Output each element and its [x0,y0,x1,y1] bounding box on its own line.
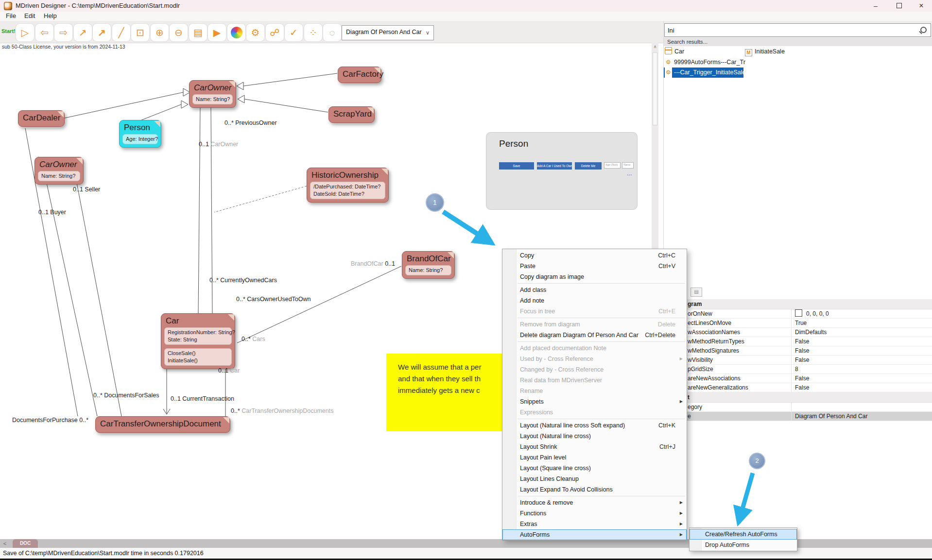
start-label[interactable]: Start! [1,28,16,34]
menu-item-paste[interactable]: PasteCtrl+V [502,261,687,272]
sticky-note[interactable]: We will assume that a per and that when … [386,354,505,431]
property-row: wMethodSignaturesFalse [664,346,932,356]
menu-item-functions[interactable]: Functions [502,508,687,519]
class-car[interactable]: Car RegistrationNumber: String? State: S… [161,313,235,369]
menu-item-extras[interactable]: Extras [502,519,687,529]
association-label: 0..* DocumentsForSales [93,392,159,399]
preview-more-ellipsis: ... [627,171,632,176]
scroll-up-icon[interactable]: ∧ [652,43,658,51]
diagram-nodes-icon[interactable]: ⁘ [304,24,322,41]
property-row: areNewAssociationsFalse [664,374,932,383]
association-label: 0..1 CurrentTransaction [171,395,234,402]
result-item-initiatesale[interactable]: MInitiateSale [745,47,785,57]
run-form-icon[interactable]: ▶ [208,24,226,41]
menu-item-rename[interactable]: Rename [502,386,687,396]
zoom-out-icon[interactable]: ⊖ [170,24,188,41]
close-button[interactable]: × [911,0,932,12]
menu-item-layout-expand-avoid-collisions[interactable]: Layout Expand To Avoid Collisions [502,484,687,495]
class-cardealer[interactable]: CarDealer [18,110,65,127]
menu-edit[interactable]: Edit [24,12,35,19]
run-play-icon[interactable]: ▷ [16,24,34,41]
class-brandofcar[interactable]: BrandOfCar Name: String? [402,251,455,279]
spiral-circle-icon[interactable]: ◌ [323,24,341,41]
menu-separator [518,283,685,284]
menu-item-layout-pain-level[interactable]: Layout Pain level [502,452,687,463]
result-item-car[interactable]: Car [665,47,684,57]
menu-item-changed-by-cross-reference[interactable]: Changed by - Cross Reference [502,364,687,375]
class-carfactory[interactable]: CarFactory [338,67,381,83]
menu-item-remove-from-diagram[interactable]: Remove from diagramDelete [502,319,687,330]
gears-icon: ⚙ [665,68,672,78]
settings-gears-icon[interactable]: ⚙ [246,24,264,41]
menu-item-expressions[interactable]: Expressions [502,407,687,418]
search-input[interactable] [664,23,931,37]
menu-item-snippets[interactable]: Snippets [502,396,687,407]
menu-separator [518,341,685,342]
preview-delete-button: Delete Me [575,162,602,170]
draw-association-icon[interactable]: ↗ [93,24,111,41]
color-checkbox[interactable] [795,309,802,317]
menu-item-add-placed-documentation-note[interactable]: Add placed documentation Note [502,343,687,354]
title-bar: MDriven Designer - C:\temp\MDrivenEducat… [0,0,932,12]
nav-forward-icon[interactable]: ⇨ [54,24,72,41]
association-label: 0..* CurrentlyOwnedCars [209,277,277,284]
menu-item-add-note[interactable]: Add note [502,295,687,306]
scrollbar-thumb[interactable] [653,52,657,125]
association-label: 0..1 CarOwner [199,141,238,148]
user-access-icon[interactable]: ☍ [266,24,284,41]
menu-item-layout-natural[interactable]: Layout (Natural line cross) [502,431,687,441]
zoom-in-icon[interactable]: ⊕ [151,24,169,41]
fold-corner-icon [154,121,160,127]
menu-item-layout-lines-cleanup[interactable]: Layout Lines Cleanup [502,474,687,484]
color-wheel-icon[interactable] [227,24,245,41]
person-autoform-preview[interactable]: Person Save Add A Car I Used To Own Dele… [486,132,638,210]
association-label: DocumentsForPurchase 0..* [12,417,88,424]
class-carowner-2[interactable]: CarOwner Name: String? [35,157,84,185]
menu-bar [0,12,932,21]
select-frame-icon[interactable]: ⊡ [131,24,149,41]
gears-icon: ⚙ [665,57,672,68]
tab-scroll-left-icon[interactable]: < [1,539,9,548]
fold-corner-icon [448,252,454,258]
draw-arrow-icon[interactable]: ↗ [74,24,92,41]
properties-view-icon[interactable]: ▤ [690,288,702,297]
menu-item-real-data-from-mdrivenserver[interactable]: Real data from MDrivenServer [502,375,687,386]
menu-item-drop-autoforms[interactable]: Drop AutoForms [690,540,797,550]
menu-separator [518,496,685,496]
menu-item-introduce-remove[interactable]: Introduce & remove [502,497,687,508]
menu-item-focus-in-tree[interactable]: Focus in treeCtrl+E [502,306,687,317]
menu-file[interactable]: File [6,12,16,19]
menu-item-autoforms[interactable]: AutoForms [502,529,687,540]
menu-item-used-by-cross-reference[interactable]: Used by - Cross Reference [502,354,687,364]
menu-item-copy[interactable]: CopyCtrl+C [502,250,687,261]
menu-item-layout-natural-soft-expand[interactable]: Layout (Natural line cross Soft expand)C… [502,420,687,431]
draw-dashed-line-icon[interactable]: ╱ [112,24,130,41]
class-attribute: State: String [168,336,228,343]
preview-save-button: Save [499,162,534,170]
menu-help[interactable]: Help [44,12,57,19]
result-item-autoforms-car-tr[interactable]: ⚙99999AutoForms---Car_Tr [665,57,745,68]
menu-item-create-refresh-autoforms[interactable]: Create/Refresh AutoForms [690,529,797,540]
class-cartransferownershipdocument[interactable]: CarTransferOwnershipDocument [95,416,230,433]
class-carowner[interactable]: CarOwner Name: String? [189,80,236,108]
menu-item-layout-shrink[interactable]: Layout ShrinkCtrl+J [502,441,687,452]
minimize-button[interactable]: – [865,0,886,12]
menu-item-copy-diagram-as-image[interactable]: Copy diagram as image [502,272,687,282]
fold-corner-icon [228,314,234,321]
maximize-button[interactable] [888,0,910,12]
menu-item-layout-square[interactable]: Layout (Square line cross) [502,463,687,474]
nav-back-icon[interactable]: ⇦ [35,24,53,41]
tab-doc[interactable]: DOC [13,539,38,548]
class-historicownership[interactable]: HistoricOwnership /DatePurchased: DateTi… [307,168,389,203]
result-item-car-trigger-initiatesale[interactable]: ⚙---Car_Trigger_InitiateSale [665,68,746,78]
diagram-selector[interactable]: Diagram Of Person And Car ∨ [342,25,434,40]
form-grid-icon[interactable]: ▤ [189,24,207,41]
app-icon [4,2,12,10]
class-title: CarTransferOwnershipDocument [99,418,227,429]
class-scrapyard[interactable]: ScrapYard [328,106,375,123]
class-title: HistoricOwnership [310,169,385,181]
validate-check-icon[interactable]: ✓ [285,24,303,41]
menu-item-add-class[interactable]: Add class [502,285,687,295]
menu-item-delete-diagram[interactable]: Delete diagram Diagram Of Person And Car… [502,330,687,340]
class-person[interactable]: Person Age: Integer? [119,120,161,148]
